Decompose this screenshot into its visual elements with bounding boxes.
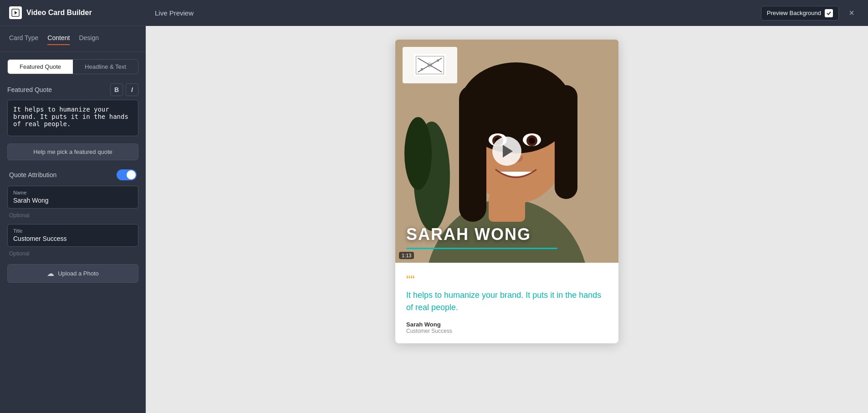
segment-headline-text[interactable]: Headline & Text [73, 60, 138, 74]
topbar-right: Preview Background × [761, 6, 859, 20]
svg-rect-8 [555, 85, 577, 199]
name-optional-label: Optional [9, 212, 137, 219]
svg-marker-1 [15, 11, 17, 15]
video-name-text: SARAH WONG [406, 225, 608, 244]
format-buttons: B I [110, 83, 138, 96]
live-preview-label: Live Preview [155, 9, 194, 17]
close-button[interactable]: × [844, 6, 859, 20]
quote-mark: ““ [406, 274, 608, 286]
logo-svg [11, 9, 20, 17]
upload-cloud-icon: ☁ [47, 269, 54, 278]
quote-attribution-toggle[interactable] [117, 169, 137, 180]
name-field-label: Name [13, 190, 133, 195]
preview-bg-label: Preview Background [767, 10, 821, 16]
attribution-title: Customer Success [406, 328, 608, 334]
quote-preview-text: It helps to humanize your brand. It puts… [406, 289, 608, 314]
quote-card-section: ““ It helps to humanize your brand. It p… [395, 263, 618, 343]
quote-attribution-label: Quote Attribution [9, 171, 56, 178]
upload-label: Upload a Photo [58, 270, 99, 277]
progress-bar [406, 248, 557, 249]
title-field-label: Title [13, 228, 133, 234]
play-button[interactable] [492, 137, 521, 166]
svg-point-14 [529, 138, 535, 144]
bold-button[interactable]: B [110, 83, 123, 96]
tab-card-type[interactable]: Card Type [9, 34, 38, 43]
company-logo [414, 54, 446, 76]
title-optional-label: Optional [9, 250, 137, 257]
main-topbar: Live Preview Preview Background × [146, 0, 868, 26]
name-input[interactable]: Sarah Wong [13, 197, 133, 204]
title-input-group: Title Customer Success [7, 224, 138, 247]
quote-textarea[interactable]: It helps to humanize your brand. It puts… [7, 100, 138, 136]
duration-badge: 1:13 [399, 252, 414, 259]
preview-background-button[interactable]: Preview Background [761, 6, 839, 20]
svg-rect-7 [459, 85, 486, 222]
svg-point-23 [421, 68, 423, 71]
video-thumbnail: SARAH WONG 1:13 [395, 40, 618, 263]
attribution-name: Sarah Wong [406, 321, 608, 328]
name-input-group: Name Sarah Wong [7, 186, 138, 209]
svg-point-17 [404, 117, 432, 190]
checkbox-check-icon [826, 10, 832, 16]
preview-bg-checkbox [825, 9, 833, 17]
play-triangle-icon [503, 145, 513, 158]
tab-design[interactable]: Design [79, 34, 99, 43]
featured-quote-label: Featured Quote [7, 86, 52, 93]
app-logo-icon [9, 6, 22, 19]
segment-bar: Featured Quote Headline & Text [7, 59, 138, 74]
name-overlay: SARAH WONG [395, 225, 618, 249]
help-quote-button[interactable]: Help me pick a featured quote [7, 143, 138, 160]
italic-button[interactable]: I [126, 83, 138, 96]
app-title: Video Card Builder [26, 9, 92, 17]
preview-area: SARAH WONG 1:13 ““ It helps to humanize … [146, 26, 868, 413]
quote-attribution-row: Quote Attribution [9, 169, 137, 180]
app-logo: Video Card Builder [9, 6, 92, 19]
video-card: SARAH WONG 1:13 ““ It helps to humanize … [395, 40, 618, 343]
upload-photo-button[interactable]: ☁ Upload a Photo [7, 264, 138, 283]
tab-content[interactable]: Content [47, 34, 70, 43]
tab-bar: Card Type Content Design [0, 26, 146, 52]
title-input[interactable]: Customer Success [13, 235, 133, 242]
segment-featured-quote[interactable]: Featured Quote [8, 60, 73, 74]
logo-overlay [403, 47, 457, 83]
svg-point-24 [437, 59, 439, 61]
